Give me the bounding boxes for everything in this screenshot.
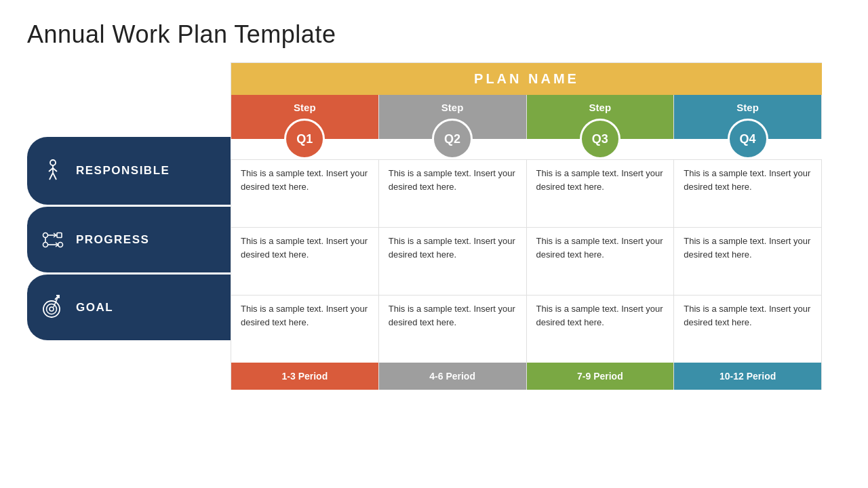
labels-column: RESPONSIBLE	[27, 137, 231, 390]
svg-line-3	[53, 168, 57, 171]
steps-row: Step Q1 Step Q2 Step Q3 Step Q4	[231, 95, 822, 139]
period-cell-q3: 7-9 Period	[527, 363, 675, 390]
progress-icon	[38, 225, 68, 255]
step-circle-q3: Q3	[580, 119, 620, 159]
period-cell-q1: 1-3 Period	[231, 363, 379, 390]
step-label-q3: Step	[589, 102, 612, 113]
step-label-q2: Step	[441, 102, 464, 113]
goal-cell-q2: This is a sample text. Insert your desir…	[379, 296, 527, 363]
step-circle-q1: Q1	[284, 119, 325, 159]
progress-data-row: This is a sample text. Insert your desir…	[231, 227, 822, 295]
goal-cell-q3: This is a sample text. Insert your desir…	[527, 296, 675, 363]
goal-cell-q1: This is a sample text. Insert your desir…	[231, 296, 379, 363]
main-table-area: RESPONSIBLE	[27, 62, 841, 390]
svg-line-5	[53, 173, 56, 180]
goal-label-row: GOAL	[27, 272, 231, 340]
svg-point-0	[50, 160, 56, 165]
step-label-q4: Step	[736, 102, 759, 113]
step-circle-q4: Q4	[728, 119, 768, 159]
period-cell-q2: 4-6 Period	[379, 363, 527, 390]
progress-label-text: PROGRESS	[76, 233, 149, 247]
svg-point-13	[43, 301, 60, 317]
step-col-q4: Step Q4	[674, 95, 822, 139]
svg-point-6	[43, 232, 48, 237]
progress-cell-q2: This is a sample text. Insert your desir…	[379, 228, 527, 295]
svg-line-2	[49, 168, 53, 171]
responsible-data-row: This is a sample text. Insert your desir…	[231, 159, 822, 227]
step-col-q2: Step Q2	[379, 95, 527, 139]
period-row: 1-3 Period 4-6 Period 7-9 Period 10-12 P…	[231, 363, 822, 390]
page-title: Annual Work Plan Template	[27, 20, 841, 49]
goal-icon	[38, 293, 68, 323]
step-col-q1: Step Q1	[231, 95, 379, 139]
svg-point-15	[50, 307, 54, 311]
data-rows: This is a sample text. Insert your desir…	[231, 159, 822, 363]
period-cell-q4: 10-12 Period	[674, 363, 822, 390]
svg-rect-8	[57, 232, 62, 237]
responsible-label-row: RESPONSIBLE	[27, 137, 231, 205]
step-col-q3: Step Q3	[527, 95, 675, 139]
progress-cell-q4: This is a sample text. Insert your desir…	[674, 228, 822, 295]
responsible-label-text: RESPONSIBLE	[76, 164, 170, 178]
plan-name-header: PLAN NAME	[231, 62, 822, 95]
responsible-cell-q2: This is a sample text. Insert your desir…	[379, 160, 527, 227]
progress-cell-q3: This is a sample text. Insert your desir…	[527, 228, 675, 295]
progress-label-row: PROGRESS	[27, 205, 231, 272]
responsible-cell-q4: This is a sample text. Insert your desir…	[674, 160, 822, 227]
step-label-q1: Step	[294, 102, 316, 113]
svg-point-7	[43, 242, 48, 247]
step-circle-q2: Q2	[432, 119, 473, 159]
responsible-icon	[38, 156, 68, 186]
responsible-cell-q1: This is a sample text. Insert your desir…	[231, 160, 379, 227]
goal-cell-q4: This is a sample text. Insert your desir…	[674, 296, 822, 363]
goal-label-text: GOAL	[76, 301, 113, 314]
progress-cell-q1: This is a sample text. Insert your desir…	[231, 228, 379, 295]
content-grid: PLAN NAME Step Q1 Step Q2 Step Q3 Step	[231, 62, 822, 390]
svg-line-4	[50, 173, 53, 180]
page-container: Annual Work Plan Template RESPO	[0, 0, 868, 488]
goal-data-row: This is a sample text. Insert your desir…	[231, 295, 822, 363]
responsible-cell-q3: This is a sample text. Insert your desir…	[527, 160, 675, 227]
svg-point-14	[47, 304, 57, 314]
